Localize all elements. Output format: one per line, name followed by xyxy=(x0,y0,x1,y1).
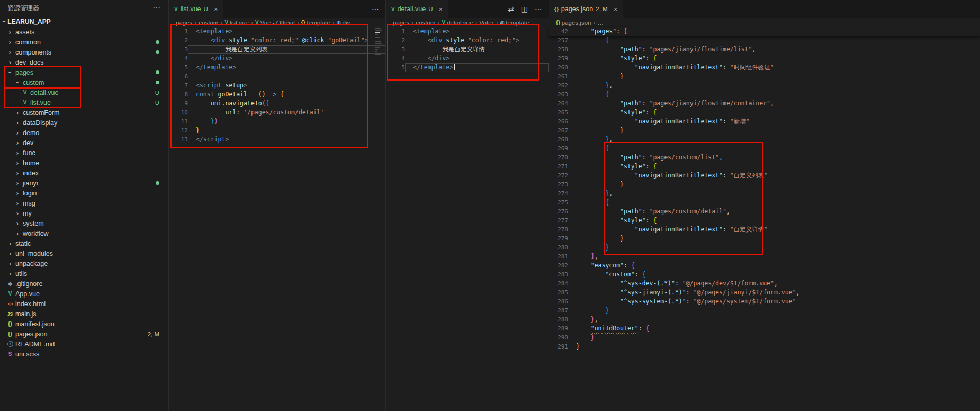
more-actions-icon[interactable]: ⋯ xyxy=(372,5,379,13)
tab-detail-vue[interactable]: Vdetail.vueU× xyxy=(386,0,448,18)
tree-item-login[interactable]: ›login xyxy=(0,188,168,198)
close-icon[interactable]: × xyxy=(439,5,443,13)
code-line[interactable]: 283 "custom": { xyxy=(549,270,980,279)
code-line[interactable]: 2 <div style="color: red;"> xyxy=(386,36,549,45)
close-icon[interactable]: × xyxy=(214,5,218,13)
code-line[interactable]: 260 "navigationBarTitleText": "时间组件验证" xyxy=(549,63,980,72)
tree-item-manifest-json[interactable]: {}manifest.json xyxy=(0,319,168,329)
code-line[interactable]: 9 uni.navigateTo({ xyxy=(169,99,385,108)
tree-item-demo[interactable]: ›demo xyxy=(0,128,168,138)
split-editor-icon[interactable]: ◫ xyxy=(521,5,528,13)
breadcrumb-item-template[interactable]: {}template xyxy=(301,20,330,26)
code-line[interactable]: 279 } xyxy=(549,234,980,243)
code-line[interactable]: 5</template> xyxy=(386,63,549,72)
tree-item-static[interactable]: ›static xyxy=(0,238,168,248)
code-line[interactable]: 1<template> xyxy=(169,27,385,36)
tree-item-uni-modules[interactable]: ›uni_modules xyxy=(0,248,168,258)
breadcrumb-item-custom[interactable]: custom xyxy=(199,20,218,26)
code-line[interactable]: 263 { xyxy=(549,90,980,99)
code-editor[interactable]: 1<template>2 <div style="color: red;" @c… xyxy=(169,27,385,411)
tree-item-index[interactable]: ›index xyxy=(0,168,168,178)
tree-item-my[interactable]: ›my xyxy=(0,208,168,218)
code-line[interactable]: 5</template> xyxy=(169,63,385,72)
code-line[interactable]: 273 } xyxy=(549,180,980,189)
open-changes-icon[interactable]: ⇄ xyxy=(508,5,514,13)
code-line[interactable]: 272 "navigationBarTitleText": "自定义列表" xyxy=(549,171,980,180)
tree-item-app-vue[interactable]: VApp.vue xyxy=(0,289,168,299)
code-line[interactable]: 276 "path": "pages/custom/detail", xyxy=(549,207,980,216)
code-line[interactable]: 262 }, xyxy=(549,81,980,90)
tree-item-datadisplay[interactable]: ›dataDisplay xyxy=(0,118,168,128)
code-editor[interactable]: 42 "pages": [257 {258 "path": "pages/jia… xyxy=(549,27,980,411)
more-actions-icon[interactable]: ⋯ xyxy=(152,3,160,13)
code-line[interactable]: 267 } xyxy=(549,126,980,135)
code-line[interactable]: 275 { xyxy=(549,198,980,207)
code-line[interactable]: 11 }) xyxy=(169,117,385,126)
code-line[interactable]: 264 "path": "pages/jianyi/flowTime/conta… xyxy=(549,99,980,108)
code-line[interactable]: 281 ], xyxy=(549,252,980,261)
tree-item-pages[interactable]: ›pages xyxy=(0,67,168,77)
code-line[interactable]: 270 "path": "pages/custom/list", xyxy=(549,153,980,162)
tree-item-pages-json[interactable]: {}pages.json2, M xyxy=(0,329,168,339)
code-line[interactable]: 12} xyxy=(169,126,385,135)
project-root-item[interactable]: › LEARUN_APP xyxy=(0,16,168,27)
code-line[interactable]: 277 "style": { xyxy=(549,216,980,225)
breadcrumb-item-custom[interactable]: custom xyxy=(416,20,435,26)
code-line[interactable]: 286 "^sys-system-(.*)": "@/pages/system/… xyxy=(549,297,980,306)
breadcrumb-item-vue-official[interactable]: VVue - Official xyxy=(255,20,295,26)
breadcrumb-item-template[interactable]: ◎template xyxy=(500,20,529,26)
breadcrumb-item-pages-json[interactable]: {}pages.json xyxy=(556,20,591,26)
breadcrumb-item-pages[interactable]: pages xyxy=(393,20,409,26)
code-line[interactable]: 3 我是自定义详情 xyxy=(386,45,549,54)
code-line[interactable]: 289 "uniIdRouter": { xyxy=(549,324,980,333)
code-line[interactable]: 258 "path": "pages/jianyi/flowTime/list"… xyxy=(549,45,980,54)
breadcrumb-item-vuter[interactable]: Vuter xyxy=(479,20,493,26)
code-line[interactable]: 4 </div> xyxy=(169,54,385,63)
code-line[interactable]: 8const goDetail = () => { xyxy=(169,90,385,99)
code-line[interactable]: 288 }, xyxy=(549,315,980,324)
tree-item-msg[interactable]: ›msg xyxy=(0,198,168,208)
tree-item-func[interactable]: ›func xyxy=(0,148,168,158)
tree-item-jianyi[interactable]: ›jianyi xyxy=(0,178,168,188)
code-line[interactable]: 271 "style": { xyxy=(549,162,980,171)
code-line[interactable]: 269 { xyxy=(549,144,980,153)
code-line[interactable]: 285 "^sys-jianyi-(.*)": "@/pages/jianyi/… xyxy=(549,288,980,297)
code-line[interactable]: 282 "easycom": { xyxy=(549,261,980,270)
code-line[interactable]: 274 }, xyxy=(549,189,980,198)
tree-item-unpackage[interactable]: ›unpackage xyxy=(0,258,168,269)
tree-item-readme-md[interactable]: iREADME.md xyxy=(0,339,168,349)
code-line[interactable]: 290 } xyxy=(549,333,980,342)
code-line[interactable]: 278 "navigationBarTitleText": "自定义详情" xyxy=(549,225,980,234)
tree-item-list-vue[interactable]: Vlist.vueU xyxy=(0,97,168,108)
code-line[interactable]: 268 }, xyxy=(549,135,980,144)
code-line[interactable]: 265 "style": { xyxy=(549,108,980,117)
code-editor[interactable]: 1<template>2 <div style="color: red;">3 … xyxy=(386,27,549,411)
tree-item-index-html[interactable]: <>index.html xyxy=(0,299,168,309)
tree-item-common[interactable]: ›common xyxy=(0,37,168,47)
tree-item-main-js[interactable]: JSmain.js xyxy=(0,309,168,319)
code-line[interactable]: 2 <div style="color: red;" @click="goDet… xyxy=(169,36,385,45)
tree-item-assets[interactable]: ›assets xyxy=(0,27,168,37)
tree-item-components[interactable]: ›components xyxy=(0,47,168,57)
close-icon[interactable]: × xyxy=(614,5,618,13)
code-line[interactable]: 4 </div> xyxy=(386,54,549,63)
minimap[interactable] xyxy=(375,28,384,56)
tree-item-system[interactable]: ›system xyxy=(0,218,168,228)
tree-item-home[interactable]: ›home xyxy=(0,158,168,168)
tree-item-gitignore[interactable]: ◆.gitignore xyxy=(0,279,168,289)
tree-item-detail-vue[interactable]: Vdetail.vueU xyxy=(0,87,168,97)
breadcrumb-item-[interactable]: … xyxy=(597,20,604,26)
code-line[interactable]: 291} xyxy=(549,342,980,351)
breadcrumb-item-div[interactable]: ◎div xyxy=(337,20,350,26)
code-line[interactable]: 284 "^sys-dev-(.*)": "@/pages/dev/$1/for… xyxy=(549,279,980,288)
tree-item-dev[interactable]: ›dev xyxy=(0,138,168,148)
code-line[interactable]: 10 url: '/pages/custom/detail' xyxy=(169,108,385,117)
breadcrumb-item-pages[interactable]: pages xyxy=(176,20,192,26)
code-line[interactable]: 266 "navigationBarTitleText": "新增" xyxy=(549,117,980,126)
code-line[interactable]: 7<script setup> xyxy=(169,81,385,90)
tab-pages-json[interactable]: {}pages.json2, M× xyxy=(549,0,623,18)
code-line[interactable]: 3 我是自定义列表 xyxy=(169,45,385,54)
tab-list-vue[interactable]: Vlist.vueU× xyxy=(169,0,223,18)
tree-item-uni-scss[interactable]: Suni.scss xyxy=(0,349,168,359)
tree-item-custom[interactable]: ›custom xyxy=(0,77,168,87)
